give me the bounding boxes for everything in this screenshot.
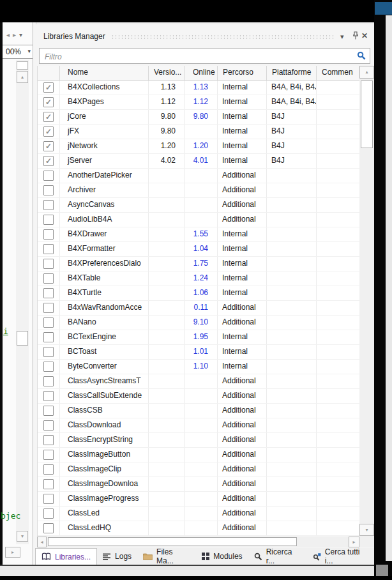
row-checkbox[interactable] (43, 435, 54, 445)
table-row[interactable]: ✓jFX9.80InternalB4J (38, 125, 359, 139)
table-row[interactable]: ClassImageProgressAdditional (38, 492, 359, 507)
search-icon[interactable] (357, 51, 366, 61)
row-checkbox-checked[interactable]: ✓ (43, 112, 54, 122)
row-checkbox[interactable] (43, 376, 54, 386)
table-row[interactable]: B4XTable1.24Internal (38, 271, 359, 286)
table-row[interactable]: BANano9.10Additional (38, 316, 359, 330)
row-checkbox[interactable] (43, 391, 54, 401)
row-checkbox[interactable] (43, 494, 54, 504)
table-row[interactable]: AnotherDatePickerAdditional (38, 169, 359, 183)
row-checkbox[interactable] (43, 288, 54, 298)
table-scroll-up-button[interactable]: ▴ (359, 66, 374, 79)
scroll-left-icon[interactable]: ◂ (6, 31, 10, 38)
table-scroll-left-button[interactable]: ◂ (37, 537, 47, 547)
editor-scroll-right-button[interactable]: ▸ (5, 547, 20, 558)
table-row[interactable]: ClassImageButtonAdditional (38, 448, 359, 462)
table-row[interactable]: B4XTurtle1.06Internal (38, 286, 359, 301)
table-scroll-down-button[interactable]: ▾ (359, 524, 374, 536)
tab-libraries[interactable]: Libraries... (35, 548, 97, 565)
pin-icon[interactable] (352, 31, 359, 40)
table-row[interactable]: B4xWavRandomAcce0.11Additional (38, 301, 359, 316)
table-row[interactable]: ✓jServer4.024.01InternalB4J (38, 154, 359, 169)
table-row[interactable]: ClassDownloadAdditional (38, 418, 359, 433)
table-row[interactable]: B4XFormatter1.04Internal (38, 242, 359, 257)
row-checkbox[interactable] (43, 171, 54, 181)
cell-checkbox (38, 301, 60, 315)
row-checkbox[interactable] (43, 185, 54, 195)
table-hscrollbar-thumb[interactable] (48, 537, 297, 546)
row-checkbox[interactable] (43, 347, 54, 357)
table-row[interactable]: B4XDrawer1.55Internal (38, 227, 359, 242)
table-row[interactable]: ClassEncryptStringAdditional (38, 433, 359, 448)
scroll-right-icon[interactable]: ▸ (13, 31, 16, 38)
row-checkbox[interactable] (43, 406, 54, 416)
row-checkbox[interactable] (43, 303, 54, 313)
panel-menu-chevron-icon[interactable]: ▾ (340, 33, 344, 41)
header-piattaforme[interactable]: Piattaforme (267, 66, 317, 80)
row-checkbox[interactable] (43, 229, 54, 240)
row-checkbox[interactable] (43, 244, 54, 254)
row-checkbox[interactable] (43, 332, 54, 342)
cell-percorso: Internal (218, 125, 267, 139)
window-resize-grip[interactable] (376, 565, 388, 576)
table-row[interactable]: ✓jNetwork1.201.20InternalB4J (38, 139, 359, 154)
table-row[interactable]: ClassImageDownloaAdditional (38, 477, 359, 492)
table-row[interactable]: ✓B4XPages1.121.12InternalB4A, B4i, B4J (38, 95, 359, 110)
table-scroll-right-button[interactable]: ▸ (349, 537, 359, 547)
row-checkbox-checked[interactable]: ✓ (43, 82, 54, 93)
table-row[interactable]: AsyncCanvasAdditional (38, 198, 359, 213)
header-percorso[interactable]: Percorso (218, 66, 267, 80)
table-row[interactable]: ClassLedAdditional (38, 507, 359, 521)
filter-input[interactable] (43, 50, 352, 63)
row-checkbox[interactable] (43, 523, 54, 533)
editor-zoom-combobox[interactable]: 00% ▾ (3, 45, 33, 59)
header-online[interactable]: Online (185, 66, 218, 80)
table-row[interactable]: ✓jCore9.809.80InternalB4J (38, 110, 359, 125)
table-row[interactable]: B4XPreferencesDialo1.75Internal (38, 257, 359, 271)
close-icon[interactable]: ✕ (361, 31, 368, 40)
row-checkbox[interactable] (43, 479, 54, 489)
table-row[interactable]: ByteConverter1.10Internal (38, 360, 359, 374)
row-checkbox[interactable] (43, 317, 54, 328)
tab-cerca-tutti[interactable]: Cerca tutti i... (307, 548, 374, 565)
header-checkbox-column[interactable] (38, 66, 60, 80)
header-commento[interactable]: Commen (317, 66, 359, 80)
table-row[interactable]: ClassAsyncStreamsTAdditional (38, 374, 359, 389)
table-row[interactable]: BCTextEngine1.95Internal (38, 330, 359, 345)
editor-scroll-down-button[interactable]: ▾ (17, 531, 28, 542)
row-checkbox-checked[interactable]: ✓ (43, 126, 54, 137)
editor-vscrollbar-thumb[interactable] (17, 331, 28, 346)
table-row[interactable]: ✓B4XCollections1.131.13InternalB4A, B4i,… (38, 80, 359, 95)
row-checkbox-checked[interactable]: ✓ (43, 97, 54, 107)
table-row[interactable]: BCToast1.01Internal (38, 345, 359, 360)
header-nome[interactable]: Nome (60, 66, 149, 80)
tab-list-dropdown-icon[interactable]: ▾ (19, 31, 22, 38)
table-row[interactable]: ClassCSBAdditional (38, 404, 359, 418)
row-checkbox[interactable] (43, 464, 54, 475)
header-versione[interactable]: Versio... (149, 66, 185, 80)
table-row[interactable]: ClassCallSubExtendeAdditional (38, 389, 359, 404)
row-checkbox-checked[interactable]: ✓ (43, 156, 54, 166)
row-checkbox-checked[interactable]: ✓ (43, 141, 54, 151)
table-row[interactable]: ClassLedHQAdditional (38, 521, 359, 536)
row-checkbox[interactable] (43, 200, 54, 210)
editor-scroll-up-button[interactable]: ▴ (17, 71, 28, 83)
row-checkbox[interactable] (43, 215, 54, 225)
table-row[interactable]: ClassImageClipAdditional (38, 462, 359, 477)
tab-files-manager[interactable]: Files Ma... (137, 548, 196, 565)
tab-logs[interactable]: Logs (97, 548, 137, 565)
panel-drag-grip[interactable] (111, 34, 335, 39)
tab-ricerca[interactable]: Ricerca r... (248, 548, 307, 565)
table-row[interactable]: AudioLibB4AAdditional (38, 213, 359, 227)
row-checkbox[interactable] (43, 259, 54, 269)
table-vscrollbar-thumb[interactable] (361, 80, 373, 148)
row-checkbox[interactable] (43, 450, 54, 460)
editor-vscrollbar-track[interactable] (16, 60, 29, 544)
row-checkbox[interactable] (43, 273, 54, 284)
editor-splitter-grip[interactable] (17, 61, 28, 70)
row-checkbox[interactable] (43, 508, 54, 519)
row-checkbox[interactable] (43, 420, 54, 431)
table-row[interactable]: ArchiverAdditional (38, 183, 359, 198)
row-checkbox[interactable] (43, 362, 54, 372)
tab-modules[interactable]: Modules (196, 548, 248, 565)
